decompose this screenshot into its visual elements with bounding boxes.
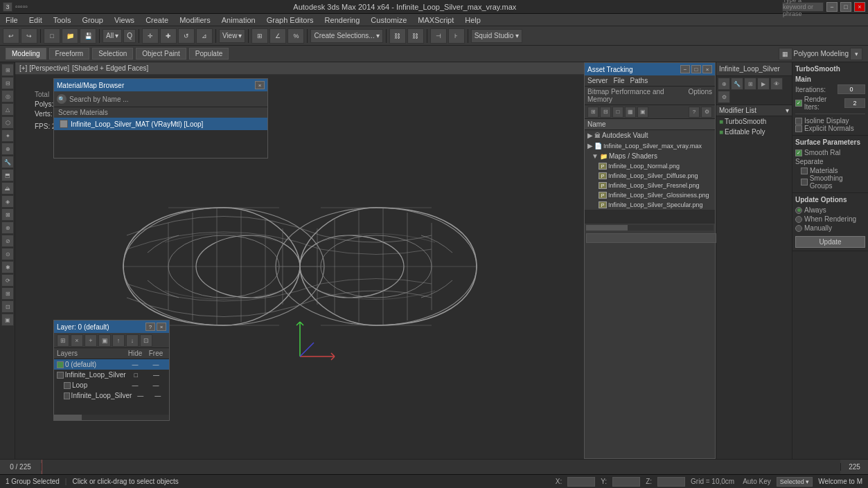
asset-path-input[interactable] (586, 233, 716, 243)
asset-tool-1[interactable]: ⊞ (587, 107, 599, 118)
sidebar-btn-2[interactable]: ⊟ (1, 77, 14, 89)
manually-radio[interactable]: Manually (795, 224, 865, 232)
layer-group-btn[interactable]: ⊡ (140, 334, 152, 347)
layer-new-btn[interactable]: ⊞ (57, 334, 69, 347)
asset-tree-specular[interactable]: P Infinite_Loop_Silver_Specular.png (585, 200, 715, 210)
asset-options-label[interactable]: Options (689, 88, 712, 103)
selection-filter[interactable]: Create Selections... ▾ (310, 29, 382, 43)
sidebar-btn-7[interactable]: ⊕ (1, 143, 14, 155)
snap-toggle[interactable]: ⊞ (251, 28, 268, 44)
layer-item-2[interactable]: Loop — — (54, 380, 169, 390)
menu-help[interactable]: Help (462, 16, 484, 24)
tab-modeling[interactable]: Modeling (6, 48, 46, 60)
search-field[interactable]: Type a keyword or phrase (782, 2, 824, 12)
sidebar-btn-14[interactable]: ⊘ (1, 235, 14, 247)
layer-close-btn[interactable]: × (157, 323, 166, 331)
panel-icon-modify[interactable]: 🔧 (731, 78, 743, 90)
modifier-entry-editable-poly[interactable]: ■ Editable Poly (716, 127, 792, 137)
open-button[interactable]: 📁 (62, 28, 78, 44)
sidebar-btn-16[interactable]: ✱ (1, 261, 14, 273)
layer-scrollbar-thumb[interactable] (54, 415, 82, 420)
sidebar-btn-18[interactable]: ⊞ (1, 287, 14, 300)
asset-tree-diffuse[interactable]: P Infinite_Loop_Silver_Diffuse.png (585, 171, 715, 181)
sidebar-btn-17[interactable]: ⟳ (1, 274, 14, 287)
asset-tool-2[interactable]: ⊟ (600, 107, 611, 118)
new-scene-button[interactable]: □ (44, 28, 60, 44)
rotate-button[interactable]: ↺ (178, 28, 195, 44)
asset-tool-5[interactable]: ▣ (637, 107, 648, 118)
sidebar-btn-3[interactable]: ◎ (1, 90, 14, 102)
asset-h-scrollbar-thumb[interactable] (586, 225, 628, 231)
layer-add-btn[interactable]: + (85, 334, 97, 347)
y-input[interactable] (612, 477, 640, 487)
asset-menu-paths[interactable]: Paths (630, 77, 648, 84)
menu-edit[interactable]: Edit (26, 16, 45, 24)
asset-h-scrollbar[interactable] (586, 225, 714, 231)
sidebar-btn-11[interactable]: ◈ (1, 195, 14, 208)
search-text[interactable]: Search by Name ... (69, 96, 129, 103)
layer-item-0[interactable]: 0 (default) — — (54, 359, 169, 370)
redo-button[interactable]: ↪ (21, 28, 37, 44)
asset-minimize-btn[interactable]: − (680, 65, 690, 73)
move-button[interactable]: ✚ (160, 28, 177, 44)
isoline-display-checkbox[interactable] (795, 118, 802, 125)
layer-move-btn[interactable]: ↑ (112, 334, 125, 347)
when-rendering-radio[interactable]: When Rendering (795, 215, 865, 223)
options-button[interactable]: ▾ (850, 48, 862, 60)
minimize-button[interactable]: − (826, 2, 838, 12)
undo-button[interactable]: ↩ (3, 28, 19, 44)
maximize-button[interactable]: □ (840, 2, 851, 12)
studio-dropdown[interactable]: Squid Studio ▾ (471, 29, 523, 43)
sidebar-btn-9[interactable]: ⬒ (1, 169, 14, 181)
select-button[interactable]: ✛ (142, 28, 159, 44)
iterations-input[interactable] (838, 84, 865, 94)
asset-maximize-btn[interactable]: □ (691, 65, 701, 73)
panel-icon-utility[interactable]: ⚙ (718, 91, 730, 103)
material-item-0[interactable]: Infinite_Loop_Silver_MAT (VRayMtl) [Loop… (54, 118, 267, 130)
materials-checkbox[interactable] (801, 168, 808, 174)
asset-menu-server[interactable]: Server (587, 77, 608, 84)
asset-tool-4[interactable]: ▦ (625, 107, 636, 118)
menu-views[interactable]: Views (112, 16, 137, 24)
sidebar-btn-5[interactable]: ⬡ (1, 116, 14, 129)
save-button[interactable]: 💾 (80, 28, 96, 44)
sidebar-btn-6[interactable]: ✦ (1, 129, 14, 142)
menu-tools[interactable]: Tools (51, 16, 74, 24)
panel-icon-motion[interactable]: ▶ (757, 78, 770, 90)
menu-maxscript[interactable]: MAXScript (415, 16, 457, 24)
tab-freeform[interactable]: Freeform (49, 48, 90, 60)
x-input[interactable] (567, 477, 595, 487)
layer-scrollbar[interactable] (54, 415, 169, 420)
align-button[interactable]: ⊦ (448, 28, 465, 44)
layer-help-btn[interactable]: ? (145, 323, 155, 331)
viewport-perspective-label[interactable]: [+] [Perspective] (19, 64, 69, 72)
layer-down-btn[interactable]: ↓ (126, 334, 139, 347)
menu-graph-editors[interactable]: Graph Editors (264, 16, 317, 24)
asset-tree-vault[interactable]: ▶ 🏛 Autodesk Vault (585, 130, 715, 141)
angle-snap[interactable]: ∠ (269, 28, 286, 44)
asset-menu-file[interactable]: File (613, 77, 624, 84)
render-iters-input[interactable] (844, 98, 865, 108)
tab-populate[interactable]: Populate (189, 48, 229, 60)
sidebar-btn-19[interactable]: ⊡ (1, 300, 14, 313)
asset-tree-fresnel[interactable]: P Infinite_Loop_Silver_Fresnel.png (585, 181, 715, 190)
sidebar-btn-12[interactable]: ⊠ (1, 208, 14, 221)
viewport-shading-label[interactable]: [Shaded + Edged Faces] (72, 64, 148, 72)
asset-tree-normal[interactable]: P Infinite_Loop_Normal.png (585, 161, 715, 171)
selected-filter[interactable]: Selected ▾ (777, 477, 813, 487)
smooth-result-checkbox[interactable]: ✓ (795, 150, 802, 156)
layer-item-3[interactable]: Infinite_Loop_Silver — — (54, 390, 169, 401)
menu-rendering[interactable]: Rendering (322, 16, 363, 24)
scale-button[interactable]: ⊿ (196, 28, 213, 44)
sidebar-btn-15[interactable]: ⊙ (1, 248, 14, 260)
layer-select-btn[interactable]: ▣ (98, 334, 111, 347)
panel-icon-hierarchy[interactable]: ⊞ (744, 78, 756, 90)
asset-bitmap-perf-label[interactable]: Bitmap Performance and Memory (587, 88, 689, 103)
material-browser-close[interactable]: × (255, 81, 265, 89)
modifier-list-dropdown[interactable]: ▾ (786, 107, 789, 114)
viewport-container[interactable]: [+] [Perspective] [Shaded + Edged Faces]… (15, 62, 584, 459)
layer-item-1[interactable]: Infinite_Loop_Silver □ — (54, 370, 169, 380)
menu-file[interactable]: File (3, 16, 21, 24)
menu-create[interactable]: Create (143, 16, 171, 24)
layer-delete-btn[interactable]: × (71, 334, 83, 347)
